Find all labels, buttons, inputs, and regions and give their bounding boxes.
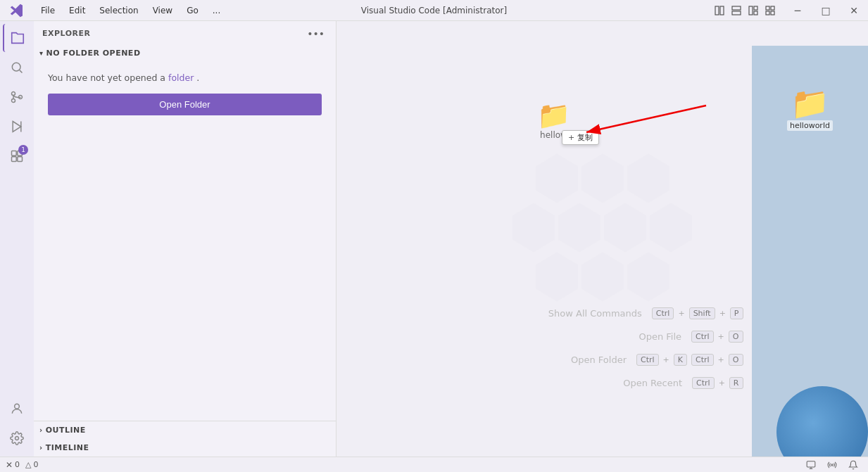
svg-rect-22 xyxy=(18,157,23,162)
activity-bar: 1 xyxy=(0,21,34,457)
window-controls: ─ □ ✕ xyxy=(784,0,868,21)
svg-rect-1 xyxy=(720,6,724,15)
svg-rect-9 xyxy=(766,11,769,15)
open-folder-button[interactable]: Open Folder xyxy=(48,94,322,115)
svg-rect-3 xyxy=(732,11,741,15)
activity-account[interactable] xyxy=(3,395,31,423)
copy-plus-icon: + xyxy=(568,133,574,142)
svg-marker-34 xyxy=(627,252,669,301)
kbd-o: O xyxy=(729,331,743,343)
desktop-folder-label: helloworld xyxy=(787,120,833,131)
main-container: 1 EXPLORER ••• ▾ NO FOLDER OPENED You ha… xyxy=(0,21,868,457)
no-folder-section-header[interactable]: ▾ NO FOLDER OPENED xyxy=(34,46,336,60)
kbd-shift-1: Shift xyxy=(689,307,715,319)
layout-btn-3[interactable] xyxy=(746,3,761,18)
show-all-label: Show All Commands xyxy=(548,308,642,319)
plus-5: + xyxy=(718,355,724,364)
extensions-badge: 1 xyxy=(18,145,28,155)
copy-tooltip: + 复制 xyxy=(562,130,599,145)
svg-rect-37 xyxy=(807,461,815,466)
command-show-all: Show All Commands Ctrl + Shift + P xyxy=(462,307,743,319)
svg-rect-5 xyxy=(754,6,757,10)
svg-rect-6 xyxy=(754,11,757,15)
command-open-file: Open File Ctrl + O xyxy=(462,331,743,343)
svg-line-36 xyxy=(586,106,706,132)
status-left: ✕ 0 △ 0 xyxy=(6,460,39,470)
copy-label: 复制 xyxy=(577,132,593,143)
sidebar: EXPLORER ••• ▾ NO FOLDER OPENED You have… xyxy=(34,21,336,457)
kbd-p: P xyxy=(730,307,743,319)
svg-rect-8 xyxy=(771,6,774,10)
kbd-ctrl-5: Ctrl xyxy=(692,377,715,389)
svg-point-40 xyxy=(831,464,833,465)
svg-marker-17 xyxy=(13,122,21,132)
layout-btn-4[interactable] xyxy=(762,3,778,18)
status-remote-icon[interactable] xyxy=(802,458,820,472)
activity-extensions[interactable]: 1 xyxy=(3,142,31,170)
svg-rect-21 xyxy=(12,157,17,162)
status-errors[interactable]: ✕ 0 xyxy=(6,460,20,470)
sidebar-title: EXPLORER xyxy=(42,29,90,38)
layout-buttons xyxy=(706,3,784,18)
menu-selection[interactable]: Selection xyxy=(92,3,145,18)
timeline-section[interactable]: › TIMELINE xyxy=(34,439,336,457)
kbd-ctrl-3: Ctrl xyxy=(636,354,659,366)
desktop-folder-icon: 📁 xyxy=(791,88,829,119)
svg-marker-27 xyxy=(627,153,669,203)
svg-marker-25 xyxy=(536,153,578,203)
command-open-recent: Open Recent Ctrl + R xyxy=(462,377,743,389)
menu-file[interactable]: File xyxy=(34,3,62,18)
editor-folder-icon: 📁 xyxy=(537,102,570,129)
maximize-button[interactable]: □ xyxy=(812,0,840,21)
kbd-o-2: O xyxy=(729,354,743,366)
outline-label: OUTLINE xyxy=(46,426,86,435)
open-recent-label: Open Recent xyxy=(623,378,682,388)
minimize-button[interactable]: ─ xyxy=(784,0,812,21)
plus-4: + xyxy=(663,355,669,364)
menu-view[interactable]: View xyxy=(146,3,180,18)
kbd-r: R xyxy=(729,377,743,389)
svg-marker-26 xyxy=(581,153,624,203)
activity-explorer[interactable] xyxy=(3,24,31,52)
activity-settings[interactable] xyxy=(3,424,31,452)
no-folder-content: You have not yet opened a folder . Open … xyxy=(34,60,336,127)
error-count: 0 xyxy=(15,460,20,469)
folder-link[interactable]: folder xyxy=(168,72,194,83)
svg-point-11 xyxy=(12,63,20,71)
status-bell-icon[interactable] xyxy=(844,458,862,472)
vscode-watermark xyxy=(511,146,694,331)
activity-search[interactable] xyxy=(3,53,31,82)
activity-run[interactable] xyxy=(3,113,31,141)
menu-go[interactable]: Go xyxy=(180,3,206,18)
no-folder-description: You have not yet opened a folder . xyxy=(48,72,322,85)
status-broadcast-icon[interactable] xyxy=(823,458,841,472)
svg-rect-2 xyxy=(732,6,741,10)
svg-point-13 xyxy=(12,92,15,96)
svg-line-12 xyxy=(20,70,23,73)
open-file-label: Open File xyxy=(639,331,681,342)
status-warnings[interactable]: △ 0 xyxy=(25,460,38,469)
plus-6: + xyxy=(719,378,725,388)
outline-section[interactable]: › OUTLINE xyxy=(34,421,336,439)
status-right xyxy=(802,458,862,472)
layout-btn-2[interactable] xyxy=(729,3,744,18)
command-open-folder: Open Folder Ctrl + K Ctrl + O xyxy=(462,354,743,366)
vscode-logo-icon xyxy=(10,4,24,18)
svg-rect-19 xyxy=(12,151,17,156)
svg-rect-10 xyxy=(771,11,774,15)
sidebar-section: ▾ NO FOLDER OPENED You have not yet open… xyxy=(34,46,336,421)
commands-area: Show All Commands Ctrl + Shift + P Open … xyxy=(462,307,743,400)
layout-btn-1[interactable] xyxy=(712,3,727,18)
close-button[interactable]: ✕ xyxy=(840,0,868,21)
plus-3: + xyxy=(718,332,724,341)
warning-icon: △ xyxy=(25,460,31,469)
sidebar-more-button[interactable]: ••• xyxy=(304,27,327,41)
desktop-folder[interactable]: 📁 helloworld xyxy=(787,88,833,131)
activity-source-control[interactable] xyxy=(3,83,31,111)
kbd-ctrl-2: Ctrl xyxy=(691,331,714,343)
editor-area: 📁 hellow + 复制 Show All Commands Ctrl + S… xyxy=(336,21,868,457)
svg-rect-4 xyxy=(749,6,753,15)
menu-edit[interactable]: Edit xyxy=(62,3,92,18)
menu-more[interactable]: ... xyxy=(206,3,227,18)
window-title: Visual Studio Code [Administrator] xyxy=(361,6,507,15)
